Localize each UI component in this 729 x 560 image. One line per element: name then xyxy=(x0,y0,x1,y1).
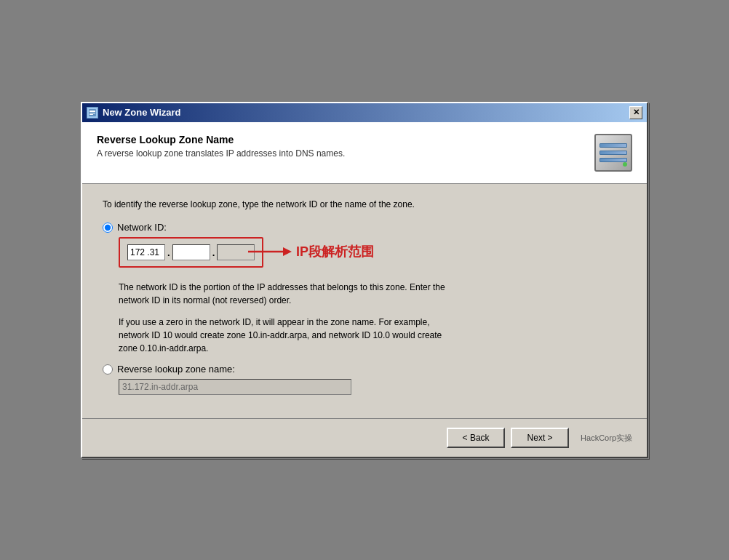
wizard-window: New Zone Wizard ✕ Reverse Lookup Zone Na… xyxy=(81,102,648,459)
next-button[interactable]: Next > xyxy=(511,428,569,448)
description-text-1: The network ID is the portion of the IP … xyxy=(119,281,626,307)
svg-marker-5 xyxy=(283,247,292,256)
title-label: New Zone Wizard xyxy=(103,107,181,118)
network-id-radio[interactable] xyxy=(103,223,113,233)
network-id-inputs: . . xyxy=(127,244,255,260)
reverse-zone-radio-row: Reverse lookup zone name: xyxy=(103,364,626,375)
ip-dot-1: . xyxy=(167,247,171,258)
svg-rect-3 xyxy=(89,114,93,115)
annotation-text: IP段解析范围 xyxy=(296,243,374,260)
reverse-zone-option: Reverse lookup zone name: xyxy=(103,364,626,395)
intro-text: To identify the reverse lookup zone, typ… xyxy=(103,199,626,211)
network-id-label: Network ID: xyxy=(117,222,167,233)
annotation: IP段解析范围 xyxy=(248,243,374,260)
reverse-zone-label: Reverse lookup zone name: xyxy=(117,364,235,375)
svg-rect-1 xyxy=(89,111,95,112)
page-subtitle: A reverse lookup zone translates IP addr… xyxy=(97,148,345,159)
ip-dot-2: . xyxy=(212,247,216,258)
server-bar-1 xyxy=(599,143,627,148)
server-icon xyxy=(594,134,632,172)
watermark-area: HackCorp实操 xyxy=(581,433,632,444)
server-bar-3 xyxy=(599,158,627,162)
back-button[interactable]: < Back xyxy=(447,428,505,448)
reverse-zone-input xyxy=(119,379,351,395)
server-light xyxy=(623,162,627,167)
close-button[interactable]: ✕ xyxy=(629,106,642,119)
network-id-box: . . xyxy=(119,237,263,268)
network-id-wrapper: . . IP段解析范围 xyxy=(103,237,626,272)
footer: < Back Next > HackCorp实操 xyxy=(82,418,647,457)
title-bar: New Zone Wizard ✕ xyxy=(82,103,647,122)
network-id-option: Network ID: . . xyxy=(103,222,626,355)
description-text-2: If you use a zero in the network ID, it … xyxy=(119,316,626,355)
title-bar-left: New Zone Wizard xyxy=(87,107,181,119)
watermark-text: HackCorp实操 xyxy=(581,433,632,444)
network-id-radio-row: Network ID: xyxy=(103,222,626,233)
svg-rect-2 xyxy=(89,113,95,113)
page-title: Reverse Lookup Zone Name xyxy=(97,134,345,145)
wizard-icon xyxy=(87,107,98,119)
reverse-zone-radio[interactable] xyxy=(103,364,113,375)
ip-field-1[interactable] xyxy=(127,244,165,260)
arrow-icon xyxy=(248,243,292,260)
header-text: Reverse Lookup Zone Name A reverse looku… xyxy=(97,134,345,159)
header-section: Reverse Lookup Zone Name A reverse looku… xyxy=(82,122,647,184)
server-bar-2 xyxy=(599,151,627,155)
content-area: To identify the reverse lookup zone, typ… xyxy=(82,184,647,419)
ip-field-2[interactable] xyxy=(172,244,210,260)
